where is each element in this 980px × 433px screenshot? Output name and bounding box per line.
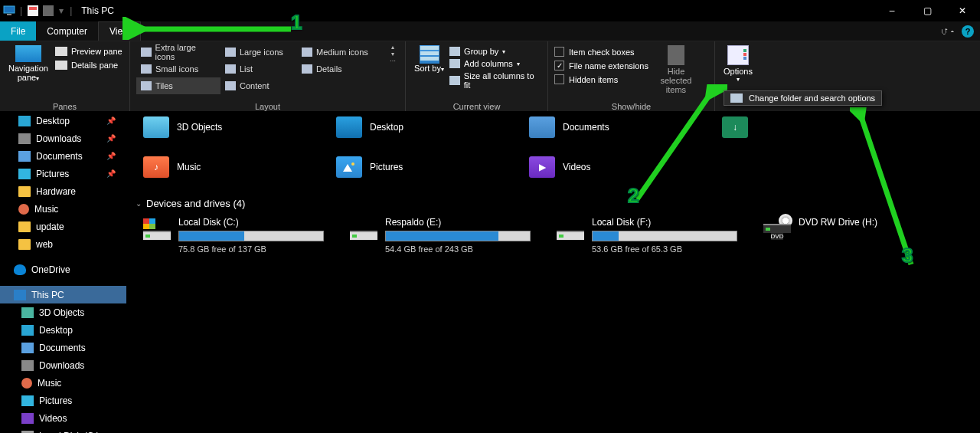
sidebar-item-pictures-pc: Pictures [0, 392, 126, 409]
collapse-ribbon-icon[interactable]: ⮍ ▴ [940, 27, 954, 35]
options-menu-icon [730, 93, 743, 103]
sidebar-item-onedrive: OneDrive [0, 261, 126, 278]
maximize-button[interactable]: ▢ [910, 0, 945, 21]
change-folder-options-item[interactable]: Change folder and search options [749, 93, 875, 103]
layout-large[interactable]: Large icons [220, 44, 297, 61]
file-name-extensions-toggle[interactable]: ✓File name extensions [554, 61, 648, 71]
add-columns-button[interactable]: Add columns ▾ [449, 59, 541, 68]
sidebar-item-downloads-pc: Downloads [0, 356, 126, 374]
tab-computer[interactable]: Computer [36, 21, 98, 41]
preview-pane-button[interactable]: Preview pane [55, 47, 122, 56]
svg-rect-4 [43, 5, 54, 16]
svg-rect-3 [29, 7, 37, 10]
save-icon[interactable] [27, 5, 39, 17]
folder-pictures[interactable]: Pictures [336, 152, 489, 182]
close-button[interactable]: ✕ [945, 0, 980, 21]
tab-view[interactable]: View [98, 21, 141, 41]
folder-documents[interactable]: Documents [529, 112, 682, 143]
chevron-down-icon: ⌄ [136, 199, 142, 208]
sort-by-button[interactable]: Sort by▾ [412, 44, 446, 74]
layout-details[interactable]: Details [297, 61, 386, 77]
navigation-tree[interactable]: Desktop📌 Downloads📌 Documents📌 Pictures📌… [0, 112, 126, 433]
navigation-pane-button[interactable]: Navigation pane▾ [6, 44, 51, 84]
layout-medium[interactable]: Medium icons [297, 44, 386, 61]
hide-selected-button[interactable]: Hide selected items [653, 44, 699, 94]
section-devices-drives[interactable]: ⌄ Devices and drives (4) [131, 182, 975, 214]
sidebar-item-pictures: Pictures📌 [0, 165, 126, 182]
sidebar-item-music-pc: Music [0, 374, 126, 392]
svg-rect-0 [4, 6, 15, 13]
annotation-label-2: 2 [628, 184, 639, 208]
drive-f[interactable]: Local Disk (F:) 53.6 GB free of 65.3 GB [557, 217, 740, 254]
drive-e[interactable]: Respaldo (E:) 54.4 GB free of 243 GB [350, 217, 534, 254]
drive-c[interactable]: Local Disk (C:) 75.8 GB free of 137 GB [143, 217, 327, 254]
sidebar-item-this-pc: This PC [0, 286, 126, 303]
details-pane-button[interactable]: Details pane [55, 61, 122, 70]
sidebar-item-update: update [0, 218, 126, 235]
sidebar-item-videos-pc: Videos [0, 409, 126, 427]
svg-rect-1 [7, 14, 11, 15]
properties-icon[interactable] [42, 5, 54, 17]
ribbon-tabs: File Computer View ⮍ ▴ ? [0, 21, 980, 41]
group-by-button[interactable]: Group by ▾ [449, 47, 541, 56]
sidebar-item-3d-objects: 3D Objects [0, 303, 126, 321]
layout-extra-large[interactable]: Extra large icons [136, 44, 220, 61]
tab-file[interactable]: File [0, 21, 36, 41]
layout-scroll[interactable]: ▴▾⋯ [387, 44, 398, 64]
group-label-panes: Panes [6, 100, 123, 111]
hidden-items-toggle[interactable]: Hidden items [554, 74, 648, 84]
sidebar-item-hardware: Hardware [0, 182, 126, 200]
options-button[interactable]: Options ▾ [721, 44, 755, 83]
annotation-label-3: 3 [902, 244, 913, 267]
sidebar-item-documents-pc: Documents [0, 339, 126, 356]
folder-downloads[interactable]: ↓ [722, 112, 768, 143]
svg-marker-5 [343, 164, 352, 172]
sidebar-item-local-disk-c: Local Disk (C:) [0, 427, 126, 433]
folder-music[interactable]: ♪Music [143, 152, 296, 182]
folder-desktop[interactable]: Desktop [336, 112, 489, 143]
folder-3d-objects[interactable]: 3D Objects [143, 112, 296, 143]
svg-point-6 [351, 162, 354, 166]
group-label-current-view: Current view [412, 100, 541, 111]
folder-videos[interactable]: ▶Videos [529, 152, 682, 182]
layout-list[interactable]: List [220, 61, 297, 77]
layout-tiles[interactable]: Tiles [136, 77, 220, 94]
layout-content[interactable]: Content [220, 77, 297, 94]
drive-h-dvd[interactable]: DVD DVD RW Drive (H:) [763, 217, 916, 254]
minimize-button[interactable]: – [874, 0, 910, 21]
pc-icon [3, 5, 15, 17]
sidebar-item-desktop: Desktop📌 [0, 112, 126, 130]
sidebar-item-documents: Documents📌 [0, 147, 126, 165]
sidebar-item-downloads: Downloads📌 [0, 130, 126, 147]
group-label-layout: Layout [136, 100, 399, 111]
sidebar-item-desktop-pc: Desktop [0, 321, 126, 339]
title-bar: | ▾ | This PC – ▢ ✕ [0, 0, 980, 21]
group-label-show-hide: Show/hide [554, 100, 708, 111]
size-columns-button[interactable]: Size all columns to fit [449, 71, 541, 90]
annotation-label-1: 1 [291, 11, 302, 34]
sidebar-item-music: Music [0, 200, 126, 218]
options-dropdown[interactable]: Change folder and search options [724, 90, 882, 106]
sidebar-item-web: web [0, 235, 126, 253]
content-area[interactable]: 3D Objects Desktop Documents ↓ ♪Music Pi… [126, 112, 980, 433]
layout-small[interactable]: Small icons [136, 61, 220, 77]
window-title: This PC [81, 5, 114, 16]
item-check-boxes-toggle[interactable]: Item check boxes [554, 47, 648, 57]
help-icon[interactable]: ? [962, 25, 974, 38]
